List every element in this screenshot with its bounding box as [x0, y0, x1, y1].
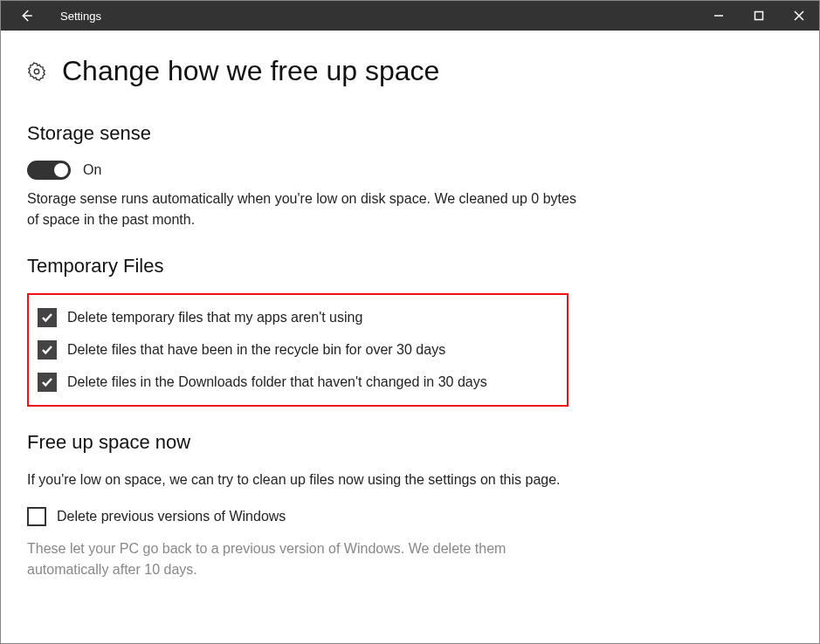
- storage-sense-toggle-row: On: [27, 161, 586, 180]
- temporary-files-heading: Temporary Files: [27, 255, 586, 277]
- svg-point-2: [34, 69, 39, 74]
- content-area: Change how we free up space Storage sens…: [1, 31, 819, 589]
- checkbox-row: Delete temporary files that my apps aren…: [38, 307, 551, 327]
- temporary-files-highlight: Delete temporary files that my apps aren…: [27, 293, 568, 407]
- back-button[interactable]: [1, 1, 52, 31]
- close-icon: [794, 10, 804, 21]
- storage-sense-toggle-label: On: [83, 162, 101, 178]
- minimize-button[interactable]: [699, 1, 739, 31]
- checkbox-delete-recycle-bin[interactable]: [38, 340, 57, 360]
- checkbox-label: Delete files in the Downloads folder tha…: [67, 372, 487, 392]
- checkbox-delete-temp-files[interactable]: [38, 308, 57, 327]
- check-icon: [41, 312, 53, 324]
- gear-icon: [27, 62, 46, 81]
- maximize-button[interactable]: [739, 1, 779, 31]
- page-header: Change how we free up space: [27, 55, 793, 87]
- titlebar-spacer: [114, 1, 699, 31]
- checkbox-row: Delete previous versions of Windows: [27, 506, 586, 526]
- checkbox-delete-downloads[interactable]: [38, 373, 57, 392]
- maximize-icon: [754, 10, 764, 21]
- checkbox-label: Delete files that have been in the recyc…: [67, 339, 445, 360]
- titlebar: Settings: [1, 1, 819, 31]
- close-button[interactable]: [779, 1, 819, 31]
- temporary-files-section: Temporary Files Delete temporary files t…: [27, 255, 586, 407]
- page-title: Change how we free up space: [62, 55, 439, 87]
- checkbox-row: Delete files that have been in the recyc…: [38, 339, 551, 360]
- checkbox-label: Delete temporary files that my apps aren…: [67, 307, 362, 327]
- window-title: Settings: [52, 1, 114, 31]
- check-icon: [41, 344, 53, 356]
- svg-rect-1: [755, 12, 763, 20]
- free-up-now-heading: Free up space now: [27, 431, 586, 454]
- checkbox-delete-previous-windows[interactable]: [27, 507, 46, 526]
- storage-sense-section: Storage sense On Storage sense runs auto…: [27, 122, 586, 230]
- checkbox-row: Delete files in the Downloads folder tha…: [38, 372, 551, 392]
- storage-sense-heading: Storage sense: [27, 122, 586, 145]
- back-arrow-icon: [18, 8, 34, 24]
- storage-sense-toggle[interactable]: [27, 161, 71, 180]
- check-icon: [41, 376, 53, 388]
- storage-sense-description: Storage sense runs automatically when yo…: [27, 188, 586, 230]
- toggle-knob: [54, 163, 68, 177]
- checkbox-label: Delete previous versions of Windows: [57, 506, 286, 526]
- free-up-now-section: Free up space now If you're low on space…: [27, 431, 586, 580]
- free-up-now-footnote: These let your PC go back to a previous …: [27, 538, 586, 580]
- minimize-icon: [713, 10, 724, 21]
- free-up-now-description: If you're low on space, we can try to cl…: [27, 469, 586, 490]
